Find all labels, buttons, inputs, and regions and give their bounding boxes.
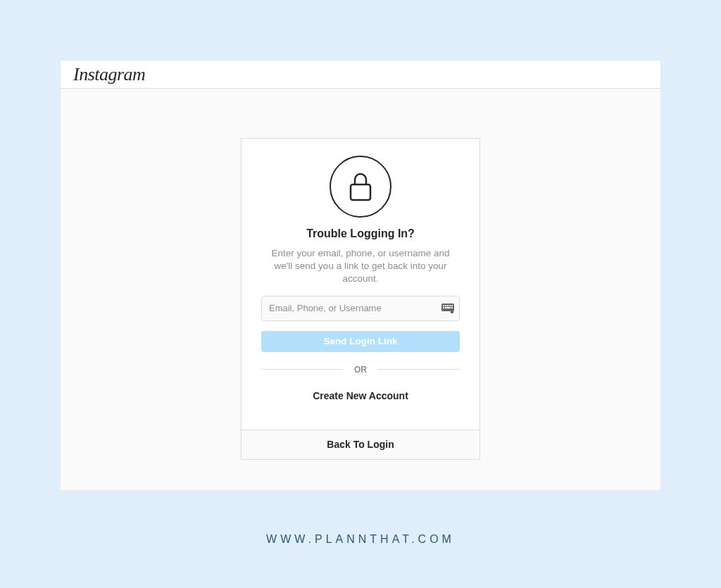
instagram-logo[interactable]: Instagram (73, 64, 145, 85)
create-account-link[interactable]: Create New Account (313, 390, 408, 401)
page-frame: Instagram Trouble Logging In? Enter your… (0, 0, 721, 574)
divider-line-right (378, 369, 460, 370)
svg-rect-3 (445, 305, 446, 306)
identifier-input[interactable] (261, 296, 460, 321)
divider-line-left (261, 369, 343, 370)
svg-rect-7 (443, 307, 444, 308)
back-to-login-link[interactable]: Back To Login (327, 439, 394, 450)
svg-rect-4 (447, 305, 449, 306)
card-title: Trouble Logging In? (306, 227, 415, 240)
input-container (261, 296, 460, 321)
card-body: Trouble Logging In? Enter your email, ph… (242, 139, 479, 430)
svg-rect-6 (451, 305, 453, 306)
login-help-card: Trouble Logging In? Enter your email, ph… (241, 138, 480, 460)
svg-rect-8 (445, 307, 451, 308)
svg-rect-9 (451, 307, 453, 308)
card-footer: Back To Login (242, 430, 479, 459)
card-description: Enter your email, phone, or username and… (261, 247, 460, 286)
lock-icon (330, 156, 391, 218)
app-window: Instagram Trouble Logging In? Enter your… (60, 60, 661, 491)
svg-rect-2 (443, 305, 444, 306)
header-bar: Instagram (61, 61, 660, 89)
main-content: Trouble Logging In? Enter your email, ph… (61, 89, 660, 460)
divider: OR (261, 365, 460, 375)
send-login-link-button[interactable]: Send Login Link (261, 331, 460, 352)
svg-rect-0 (351, 184, 370, 200)
divider-label: OR (343, 365, 378, 375)
watermark-text: WWW.PLANNTHAT.COM (60, 533, 661, 546)
svg-rect-5 (449, 305, 451, 306)
keyboard-icon (441, 304, 454, 313)
